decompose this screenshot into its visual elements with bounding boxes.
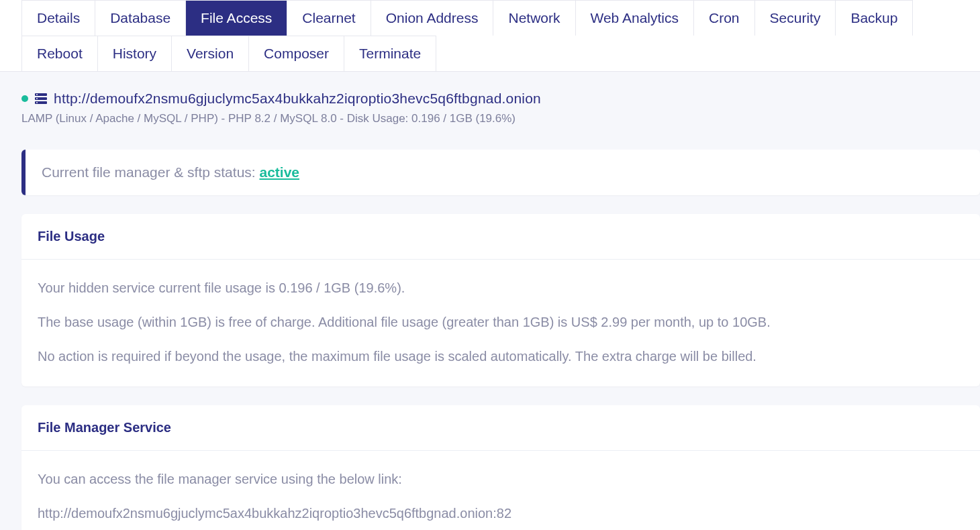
tab-web-analytics[interactable]: Web Analytics: [575, 0, 695, 36]
tab-terminate[interactable]: Terminate: [344, 36, 436, 71]
tab-composer[interactable]: Composer: [248, 36, 344, 71]
file-manager-link[interactable]: http://demoufx2nsmu6gjuclymc5ax4bukkahz2…: [38, 504, 964, 523]
svg-point-3: [36, 94, 38, 95]
content-area: http://demoufx2nsmu6gjuclymc5ax4bukkahz2…: [0, 72, 980, 530]
tab-clearnet[interactable]: Clearnet: [287, 0, 371, 36]
panel-head: File Usage: [21, 214, 980, 260]
file-manager-intro: You can access the file manager service …: [38, 470, 964, 489]
panel-head: File Manager Service: [21, 405, 980, 451]
tab-cron[interactable]: Cron: [693, 0, 755, 36]
tab-version[interactable]: Version: [171, 36, 249, 71]
tabs-bar: Details Database File Access Clearnet On…: [0, 0, 980, 72]
tab-backup[interactable]: Backup: [835, 0, 913, 36]
tab-security[interactable]: Security: [754, 0, 836, 36]
panel-file-manager: File Manager Service You can access the …: [21, 405, 980, 530]
panel-title-file-manager: File Manager Service: [38, 420, 964, 435]
host-url[interactable]: http://demoufx2nsmu6gjuclymc5ax4bukkahz2…: [54, 91, 541, 107]
status-label: Current file manager & sftp status:: [42, 164, 259, 180]
panel-body: Your hidden service current file usage i…: [21, 260, 980, 386]
panel-file-usage: File Usage Your hidden service current f…: [21, 214, 980, 386]
tab-details[interactable]: Details: [21, 0, 95, 36]
host-line: http://demoufx2nsmu6gjuclymc5ax4bukkahz2…: [21, 91, 980, 107]
tab-reboot[interactable]: Reboot: [21, 36, 98, 71]
svg-point-4: [36, 98, 38, 99]
file-usage-line-3: No action is required if beyond the usag…: [38, 347, 964, 366]
svg-point-5: [36, 102, 38, 103]
host-meta: LAMP (Linux / Apache / MySQL / PHP) - PH…: [21, 112, 980, 125]
status-dot-icon: [21, 95, 28, 102]
panel-body: You can access the file manager service …: [21, 451, 980, 530]
tab-history[interactable]: History: [97, 36, 172, 71]
file-usage-line-2: The base usage (within 1GB) is free of c…: [38, 313, 964, 332]
server-icon: [35, 93, 47, 104]
tab-onion-address[interactable]: Onion Address: [371, 0, 494, 36]
tab-database[interactable]: Database: [95, 0, 186, 36]
status-value[interactable]: active: [259, 164, 299, 180]
tab-network[interactable]: Network: [493, 0, 575, 36]
status-card: Current file manager & sftp status: acti…: [21, 150, 980, 195]
panel-title-file-usage: File Usage: [38, 229, 964, 244]
tab-file-access[interactable]: File Access: [185, 0, 287, 36]
file-usage-line-1: Your hidden service current file usage i…: [38, 278, 964, 298]
